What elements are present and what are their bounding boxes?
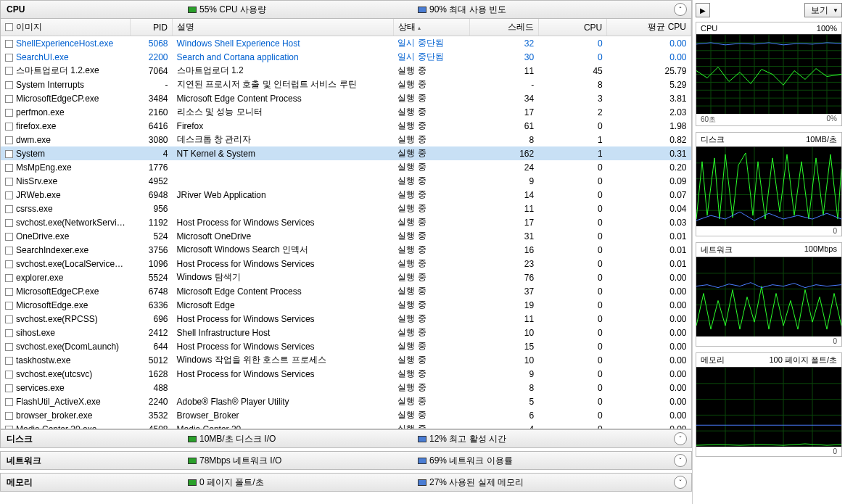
row-checkbox[interactable]: [5, 329, 13, 337]
net-util-metric: 69% 네트워크 이용률: [418, 455, 513, 467]
cell-status: 일시 중단됨: [393, 36, 469, 51]
row-checkbox[interactable]: [5, 247, 13, 255]
table-row[interactable]: MicrosoftEdge.exe 6336 Microsoft Edge 실행…: [1, 298, 691, 312]
col-avgcpu[interactable]: 평균 CPU: [607, 19, 691, 36]
next-button[interactable]: ▶: [696, 3, 710, 17]
expand-button[interactable]: ˇ: [674, 432, 687, 445]
row-checkbox[interactable]: [5, 81, 13, 89]
col-status[interactable]: 상태▴: [393, 19, 469, 36]
cell-threads: 37: [470, 284, 539, 298]
cell-image: SearchIndexer.exe: [1, 243, 131, 257]
view-dropdown[interactable]: 보기: [804, 3, 842, 17]
table-row[interactable]: MicrosoftEdgeCP.exe 3484 Microsoft Edge …: [1, 91, 691, 105]
row-checkbox[interactable]: [5, 357, 13, 365]
table-row[interactable]: OneDrive.exe 524 Microsoft OneDrive 실행 중…: [1, 229, 691, 243]
row-checkbox[interactable]: [5, 54, 13, 62]
cell-cpu: 0: [538, 381, 607, 394]
process-table-area[interactable]: 이미지 PID 설명 상태▴ 스레드 CPU 평균 CPU ShellExper…: [0, 19, 692, 429]
row-checkbox[interactable]: [5, 219, 13, 227]
table-row[interactable]: explorer.exe 5524 Windows 탐색기 실행 중 76 0 …: [1, 270, 691, 284]
row-checkbox[interactable]: [5, 384, 13, 392]
table-row[interactable]: NisSrv.exe 4952 실행 중 9 0 0.09: [1, 174, 691, 188]
table-row[interactable]: taskhostw.exe 5012 Windows 작업을 위한 호스트 프로…: [1, 353, 691, 367]
row-checkbox[interactable]: [5, 191, 13, 199]
network-section-header[interactable]: 네트워크 78Mbps 네트워크 I/O 69% 네트워크 이용률 ˇ: [0, 451, 692, 470]
row-checkbox[interactable]: [5, 164, 13, 172]
expand-button[interactable]: ˇ: [674, 476, 687, 489]
cell-pid: 2240: [131, 394, 173, 408]
cell-desc: 지연된 프로시저 호출 및 인터럽트 서비스 루틴: [173, 78, 394, 91]
table-row[interactable]: Media Center 20.exe 4508 Media Center 20…: [1, 422, 691, 429]
col-image[interactable]: 이미지: [1, 19, 131, 36]
cell-desc: Host Process for Windows Services: [173, 257, 394, 270]
cell-cpu: 1: [538, 133, 607, 146]
cpu-graph-foot-right: 0%: [827, 115, 837, 125]
table-row[interactable]: SearchIndexer.exe 3756 Microsoft Windows…: [1, 243, 691, 257]
row-checkbox[interactable]: [5, 205, 13, 213]
table-row[interactable]: System 4 NT Kernel & System 실행 중 162 1 0…: [1, 146, 691, 160]
row-checkbox[interactable]: [5, 412, 13, 420]
row-checkbox[interactable]: [5, 260, 13, 268]
table-row[interactable]: svchost.exe(NetworkService) 1192 Host Pr…: [1, 215, 691, 229]
cell-status: 실행 중: [393, 174, 469, 188]
cell-cpu: 0: [538, 312, 607, 326]
table-row[interactable]: MicrosoftEdgeCP.exe 6748 Microsoft Edge …: [1, 284, 691, 298]
memory-section-header[interactable]: 메모리 0 페이지 폴트/초 27% 사용된 실제 메모리 ˇ: [0, 473, 692, 492]
table-row[interactable]: svchost.exe(LocalServiceNoN... 1096 Host…: [1, 257, 691, 270]
row-checkbox[interactable]: [5, 95, 13, 103]
expand-button[interactable]: ˇ: [674, 454, 687, 467]
table-row[interactable]: MsMpEng.exe 1776 실행 중 24 0 0.20: [1, 160, 691, 174]
table-row[interactable]: dwm.exe 3080 데스크톱 창 관리자 실행 중 8 1 0.82: [1, 133, 691, 146]
cell-cpu: 0: [538, 243, 607, 257]
table-row[interactable]: SearchUI.exe 2200 Search and Cortana app…: [1, 50, 691, 64]
table-row[interactable]: ShellExperienceHost.exe 5068 Windows She…: [1, 36, 691, 51]
table-row[interactable]: services.exe 488 실행 중 8 0 0.00: [1, 381, 691, 394]
network-section-title: 네트워크: [7, 455, 188, 467]
table-row[interactable]: FlashUtil_ActiveX.exe 2240 Adobe® Flash®…: [1, 394, 691, 408]
table-row[interactable]: JRWeb.exe 6948 JRiver Web Application 실행…: [1, 188, 691, 202]
cell-status: 실행 중: [393, 298, 469, 312]
cpu-section-header[interactable]: CPU 55% CPU 사용량 90% 최대 사용 빈도 ˆ: [0, 0, 692, 19]
col-pid[interactable]: PID: [131, 19, 173, 36]
table-row[interactable]: firefox.exe 6416 Firefox 실행 중 61 0 1.98: [1, 119, 691, 133]
table-row[interactable]: sihost.exe 2412 Shell Infrastructure Hos…: [1, 326, 691, 339]
row-checkbox[interactable]: [5, 274, 13, 282]
row-checkbox[interactable]: [5, 315, 13, 323]
row-checkbox[interactable]: [5, 343, 13, 351]
cell-desc: Microsoft Edge Content Process: [173, 284, 394, 298]
row-checkbox[interactable]: [5, 67, 13, 75]
table-row[interactable]: svchost.exe(RPCSS) 696 Host Process for …: [1, 312, 691, 326]
cell-image: dwm.exe: [1, 133, 131, 146]
disk-section-header[interactable]: 디스크 10MB/초 디스크 I/O 12% 최고 활성 시간 ˇ: [0, 429, 692, 448]
table-row[interactable]: csrss.exe 956 실행 중 11 0 0.04: [1, 202, 691, 215]
table-row[interactable]: System Interrupts - 지연된 프로시저 호출 및 인터럽트 서…: [1, 78, 691, 91]
col-desc[interactable]: 설명: [173, 19, 394, 36]
row-checkbox[interactable]: [5, 233, 13, 241]
cell-cpu: 0: [538, 215, 607, 229]
cell-threads: 5: [470, 394, 539, 408]
row-checkbox[interactable]: [5, 398, 13, 406]
cell-pid: 644: [131, 339, 173, 353]
row-checkbox[interactable]: [5, 40, 13, 48]
row-checkbox[interactable]: [5, 302, 13, 310]
cell-desc: Browser_Broker: [173, 408, 394, 422]
cell-pid: 6748: [131, 284, 173, 298]
row-checkbox[interactable]: [5, 288, 13, 296]
row-checkbox[interactable]: [5, 109, 13, 117]
col-cpu[interactable]: CPU: [538, 19, 607, 36]
select-all-checkbox[interactable]: [5, 23, 13, 31]
row-checkbox[interactable]: [5, 123, 13, 131]
table-row[interactable]: perfmon.exe 2160 리소스 및 성능 모니터 실행 중 17 2 …: [1, 105, 691, 119]
view-label: 보기: [811, 4, 828, 17]
row-checkbox[interactable]: [5, 371, 13, 379]
table-row[interactable]: svchost.exe(utcsvc) 1628 Host Process fo…: [1, 367, 691, 381]
table-row[interactable]: 스마트업로더 1.2.exe 7064 스마트업로더 1.2 실행 중 11 4…: [1, 64, 691, 78]
row-checkbox[interactable]: [5, 150, 13, 158]
row-checkbox[interactable]: [5, 136, 13, 144]
col-threads[interactable]: 스레드: [470, 19, 539, 36]
table-row[interactable]: svchost.exe(DcomLaunch) 644 Host Process…: [1, 339, 691, 353]
row-checkbox[interactable]: [5, 178, 13, 186]
collapse-button[interactable]: ˆ: [674, 3, 687, 16]
disk-io-metric: 10MB/초 디스크 I/O: [188, 433, 276, 445]
table-row[interactable]: browser_broker.exe 3532 Browser_Broker 실…: [1, 408, 691, 422]
